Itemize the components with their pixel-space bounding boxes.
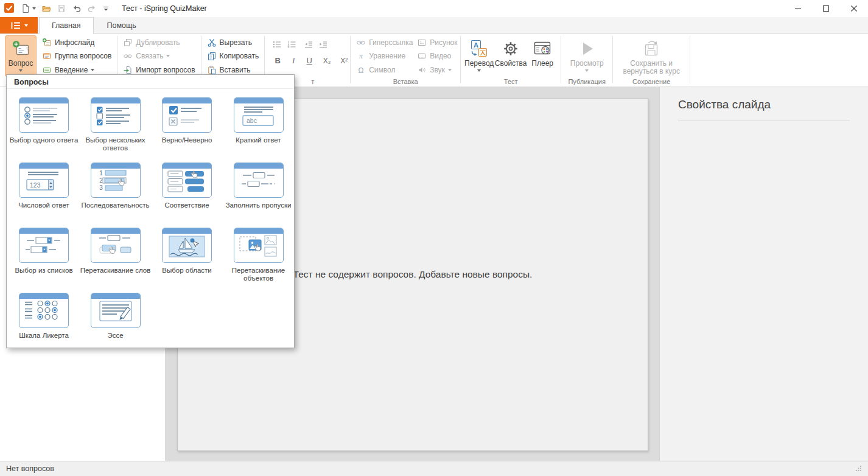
equation-button[interactable]: π Уравнение	[353, 49, 414, 63]
bold-button[interactable]: B	[272, 56, 283, 65]
introduction-caret-icon	[91, 69, 94, 71]
group-separator	[690, 36, 690, 83]
numbered-list-button[interactable]	[287, 40, 296, 51]
paste-icon	[207, 65, 217, 75]
duplicate-icon	[123, 38, 133, 47]
question-group-icon	[42, 51, 52, 61]
publication-group-label: Публикация	[561, 78, 612, 85]
subscript-button[interactable]: X₂	[321, 57, 333, 65]
add-question-icon: ?	[11, 38, 30, 59]
ribbon-tab-bar: Главная Помощь	[0, 17, 868, 34]
question-type-label: Последовательность	[81, 201, 149, 209]
maximize-button[interactable]	[812, 0, 840, 17]
save-button[interactable]	[57, 4, 66, 13]
question-type-single-choice[interactable]: Выбор одного ответа	[9, 94, 79, 159]
increase-indent-button[interactable]	[318, 40, 328, 51]
question-type-matching[interactable]: Соответствие	[152, 159, 222, 225]
question-type-label: Выбор из списков	[15, 267, 72, 275]
question-button[interactable]: ? Вопрос	[5, 35, 37, 77]
essay-icon	[91, 293, 141, 328]
copy-button[interactable]: Копировать	[204, 49, 262, 63]
question-type-label: Соответствие	[164, 201, 209, 209]
question-type-true-false[interactable]: Верно/Неверно	[152, 94, 222, 159]
question-type-short-answer[interactable]: abc Краткий ответ	[223, 94, 294, 159]
open-button[interactable]	[41, 4, 51, 13]
new-document-button[interactable]	[21, 4, 36, 13]
tab-help[interactable]: Помощь	[95, 17, 149, 33]
question-type-label: Числовой ответ	[18, 201, 69, 209]
application-menu-button[interactable]	[0, 17, 38, 33]
close-button[interactable]	[840, 0, 868, 17]
menu-caret-icon	[24, 24, 28, 27]
test-group-label: Тест	[461, 78, 561, 85]
question-type-hotspot[interactable]: Выбор области	[152, 225, 222, 290]
question-type-essay[interactable]: Эссе	[80, 290, 151, 348]
underline-button[interactable]: U	[304, 56, 315, 65]
question-type-numeric[interactable]: 123 Числовой ответ	[9, 159, 79, 225]
minimize-button[interactable]	[784, 0, 812, 17]
insert-group-label: Вставка	[351, 78, 460, 85]
question-type-label: Выбор области	[162, 267, 212, 275]
question-type-multiple-choice[interactable]: Выбор нескольких ответов	[80, 94, 151, 159]
infoslide-button[interactable]: Инфослайд	[39, 36, 114, 49]
bullet-list-button[interactable]	[272, 40, 282, 51]
question-types-grid: Выбор одного ответа Выбор нескольких отв…	[7, 89, 294, 348]
question-type-fill-blanks[interactable]: Заполнить пропуски	[223, 159, 294, 225]
symbol-button[interactable]: Ω Символ	[353, 63, 414, 77]
empty-quiz-message: Тест не содержит вопросов. Добавьте новы…	[293, 269, 533, 280]
sound-button[interactable]: Звук	[414, 63, 458, 77]
italic-button[interactable]: I	[288, 56, 299, 66]
question-type-label: Перетаскивание объектов	[223, 267, 294, 282]
redo-button[interactable]	[87, 4, 97, 13]
translate-button[interactable]: A Перевод	[463, 35, 495, 77]
question-type-drag-words[interactable]: Перетаскивание слов	[80, 225, 151, 290]
import-icon	[123, 65, 133, 75]
cut-button[interactable]: Вырезать	[204, 36, 262, 49]
question-group-button[interactable]: Группа вопросов	[39, 49, 114, 63]
svg-text:1: 1	[99, 170, 103, 177]
hyperlink-button[interactable]: Гиперссылка	[353, 36, 414, 49]
svg-text:π: π	[359, 52, 363, 60]
likert-scale-icon	[19, 293, 69, 328]
question-type-label: Краткий ответ	[236, 136, 281, 144]
true-false-icon	[162, 97, 212, 133]
questions-panel-title: Вопросы	[7, 75, 294, 89]
question-type-sequence[interactable]: 123 Последовательность	[80, 159, 151, 225]
duplicate-button[interactable]: Дублировать	[120, 36, 198, 49]
single-choice-icon	[19, 97, 69, 133]
matching-icon	[162, 163, 212, 198]
player-icon	[533, 38, 552, 59]
question-type-likert-scale[interactable]: Шкала Ликерта	[9, 290, 79, 348]
decrease-indent-button[interactable]	[304, 40, 313, 51]
drag-words-icon	[91, 228, 141, 263]
window-title: Тест - iSpring QuizMaker	[122, 4, 207, 13]
customize-quick-access-button[interactable]	[102, 4, 110, 13]
preview-button[interactable]: Просмотр	[564, 35, 610, 77]
status-bar: Нет вопросов	[0, 461, 868, 476]
equation-icon: π	[356, 51, 366, 61]
player-button[interactable]: Плеер	[527, 35, 558, 77]
undo-button[interactable]	[72, 4, 82, 13]
tab-home[interactable]: Главная	[39, 17, 94, 34]
hyperlink-icon	[356, 38, 366, 47]
resize-grip[interactable]	[856, 464, 862, 473]
question-type-drag-objects[interactable]: Перетаскивание объектов	[223, 225, 294, 290]
picture-icon	[417, 38, 427, 47]
ribbon-group-test: A Перевод Свойства Плеер Тест	[461, 34, 561, 86]
link-button[interactable]: Связать	[120, 49, 198, 63]
question-caret-icon	[19, 69, 23, 72]
save-and-return-button[interactable]: Сохранить и вернуться в курс	[615, 35, 687, 77]
superscript-button[interactable]: X²	[338, 57, 350, 65]
numeric-icon: 123	[19, 163, 69, 198]
question-type-select-from-lists[interactable]: Выбор из списков	[9, 225, 79, 290]
divider	[678, 121, 850, 121]
questions-dropdown-panel: Вопросы Выбор одного ответа Выбор нескол…	[6, 74, 295, 348]
properties-button[interactable]: Свойства	[495, 35, 527, 77]
quick-access-toolbar	[21, 4, 110, 13]
introduction-icon	[42, 65, 52, 75]
video-button[interactable]: Видео	[414, 49, 458, 63]
picture-button[interactable]: Рисунок	[414, 36, 458, 49]
window-controls	[784, 0, 868, 17]
svg-text:123: 123	[30, 181, 41, 189]
status-text: Нет вопросов	[6, 464, 54, 473]
